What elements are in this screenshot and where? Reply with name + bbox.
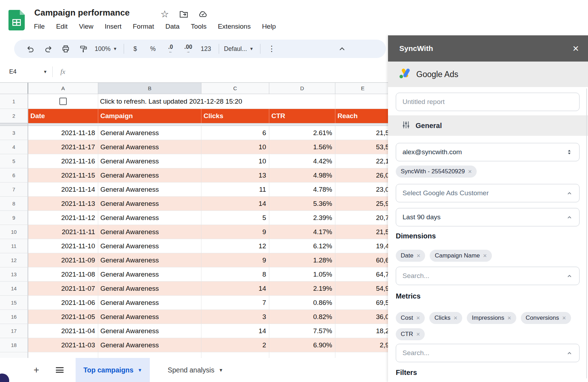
cell-reach[interactable]: 26,0: [335, 168, 390, 183]
close-icon[interactable]: ×: [572, 43, 579, 54]
more-options-button[interactable]: ⋮: [265, 42, 278, 55]
cell-date[interactable]: 2021-11-10: [28, 239, 98, 253]
chip-clicks[interactable]: Clicks×: [429, 312, 462, 324]
cell-campaign[interactable]: General Awareness: [98, 126, 201, 140]
number-format-button[interactable]: 123: [200, 42, 212, 55]
format-percent-button[interactable]: %: [147, 42, 159, 55]
undo-button[interactable]: [24, 42, 37, 55]
row-header[interactable]: 3: [0, 126, 28, 140]
cell-date[interactable]: 2021-11-16: [28, 154, 98, 168]
cell-ctr[interactable]: 1.28%: [269, 253, 335, 267]
remove-icon[interactable]: ×: [416, 314, 420, 322]
decrease-decimal-button[interactable]: .0←: [164, 42, 177, 55]
cell-campaign[interactable]: General Awareness: [98, 197, 201, 211]
header-cell-clicks[interactable]: Clicks: [201, 109, 269, 123]
chip-campaign-name[interactable]: Campaign Name×: [430, 250, 492, 262]
header-cell-campaign[interactable]: Campaign: [98, 109, 201, 123]
cell-clicks[interactable]: 14: [201, 197, 269, 211]
cell-clicks[interactable]: 12: [201, 239, 269, 253]
menu-extensions[interactable]: Extensions: [218, 23, 251, 30]
cell-date[interactable]: 2021-11-13: [28, 197, 98, 211]
cell-reach[interactable]: 19,4: [335, 239, 390, 253]
row-header[interactable]: 13: [0, 267, 28, 282]
row-header[interactable]: 14: [0, 282, 28, 296]
chip-date[interactable]: Date×: [396, 250, 425, 262]
cell-date[interactable]: 2021-11-18: [28, 126, 98, 140]
menu-tools[interactable]: Tools: [191, 23, 206, 30]
paint-format-button[interactable]: [77, 42, 90, 55]
cell-date[interactable]: 2021-11-12: [28, 211, 98, 225]
header-cell-reach[interactable]: Reach: [335, 109, 390, 123]
cell-date[interactable]: 2021-11-11: [28, 225, 98, 239]
cell-reach[interactable]: 25,9: [335, 197, 390, 211]
cell-reach[interactable]: 53,5: [335, 140, 390, 154]
print-button[interactable]: [59, 42, 72, 55]
chip-ctr[interactable]: CTR×: [396, 328, 425, 340]
redo-button[interactable]: [42, 42, 54, 55]
remove-icon[interactable]: ×: [417, 252, 421, 260]
dimensions-search-input[interactable]: Search...: [396, 267, 580, 285]
cell-campaign[interactable]: General Awareness: [98, 239, 201, 253]
cell-clicks[interactable]: 14: [201, 324, 269, 338]
format-currency-button[interactable]: $: [129, 42, 142, 55]
account-select[interactable]: alex@syncwith.com: [396, 143, 580, 161]
cell-clicks[interactable]: 5: [201, 211, 269, 225]
cell-reach[interactable]: 64,7: [335, 267, 390, 282]
col-header-a[interactable]: A: [28, 83, 98, 94]
cell-clicks[interactable]: 6: [201, 126, 269, 140]
cell-ctr[interactable]: 2.61%: [269, 126, 335, 140]
cell-campaign[interactable]: General Awareness: [98, 324, 201, 338]
row-header-1[interactable]: 1: [0, 94, 28, 109]
col-header-d[interactable]: D: [269, 83, 335, 94]
account-chip[interactable]: SyncWith - 2554520929×: [396, 166, 477, 178]
row-header[interactable]: 7: [0, 183, 28, 197]
cell-date[interactable]: 2021-11-14: [28, 183, 98, 197]
row-header[interactable]: 5: [0, 154, 28, 168]
col-header-b[interactable]: B: [98, 83, 201, 94]
cell-ctr[interactable]: 4.42%: [269, 154, 335, 168]
select-all-corner[interactable]: [0, 83, 28, 94]
cell-clicks[interactable]: 9: [201, 225, 269, 239]
cell-reach[interactable]: 22,1: [335, 154, 390, 168]
row-header[interactable]: 9: [0, 211, 28, 225]
cell-date[interactable]: 2021-11-04: [28, 324, 98, 338]
chip-cost[interactable]: Cost×: [396, 312, 425, 324]
col-header-c[interactable]: C: [201, 83, 269, 94]
sheets-logo-icon[interactable]: [8, 10, 25, 32]
frozen-row-separator[interactable]: [0, 123, 390, 126]
cell-clicks[interactable]: 2: [201, 338, 269, 352]
menu-help[interactable]: Help: [262, 23, 276, 30]
cell-clicks[interactable]: 11: [201, 183, 269, 197]
star-icon[interactable]: ☆: [160, 9, 170, 19]
cell-ctr[interactable]: 0.86%: [269, 296, 335, 310]
cell-clicks[interactable]: 13: [201, 168, 269, 183]
cell-date[interactable]: 2021-11-05: [28, 310, 98, 324]
cell-campaign[interactable]: General Awareness: [98, 296, 201, 310]
cell-ctr[interactable]: 7.57%: [269, 324, 335, 338]
cell-ctr[interactable]: 6.12%: [269, 239, 335, 253]
cell-campaign[interactable]: General Awareness: [98, 338, 201, 352]
cell-reach[interactable]: 2,9: [335, 338, 390, 352]
remove-icon[interactable]: ×: [416, 331, 420, 338]
cell-e1[interactable]: [335, 94, 390, 109]
cell-reach[interactable]: 54,9: [335, 282, 390, 296]
cell-a1-refresh-checkbox[interactable]: [28, 94, 98, 109]
col-header-e[interactable]: E: [335, 83, 390, 94]
remove-icon[interactable]: ×: [507, 314, 511, 322]
cell-campaign[interactable]: General Awareness: [98, 183, 201, 197]
cell-reach[interactable]: 23,0: [335, 183, 390, 197]
cell-date[interactable]: 2021-11-07: [28, 282, 98, 296]
cell-campaign[interactable]: General Awareness: [98, 253, 201, 267]
all-sheets-button[interactable]: [54, 365, 65, 375]
row-header[interactable]: 18: [0, 338, 28, 352]
tab-spend-analysis[interactable]: Spend analysis▼: [160, 358, 231, 382]
cell-reach[interactable]: 60,6: [335, 253, 390, 267]
cell-date[interactable]: 2021-11-09: [28, 253, 98, 267]
cell-clicks[interactable]: 7: [201, 296, 269, 310]
cell-date[interactable]: 2021-11-15: [28, 168, 98, 183]
cloud-saved-icon[interactable]: [198, 9, 208, 19]
cell-date[interactable]: 2021-11-17: [28, 140, 98, 154]
cell-clicks[interactable]: 10: [201, 140, 269, 154]
cell-ctr[interactable]: 1.56%: [269, 140, 335, 154]
cell-ctr[interactable]: 5.36%: [269, 197, 335, 211]
